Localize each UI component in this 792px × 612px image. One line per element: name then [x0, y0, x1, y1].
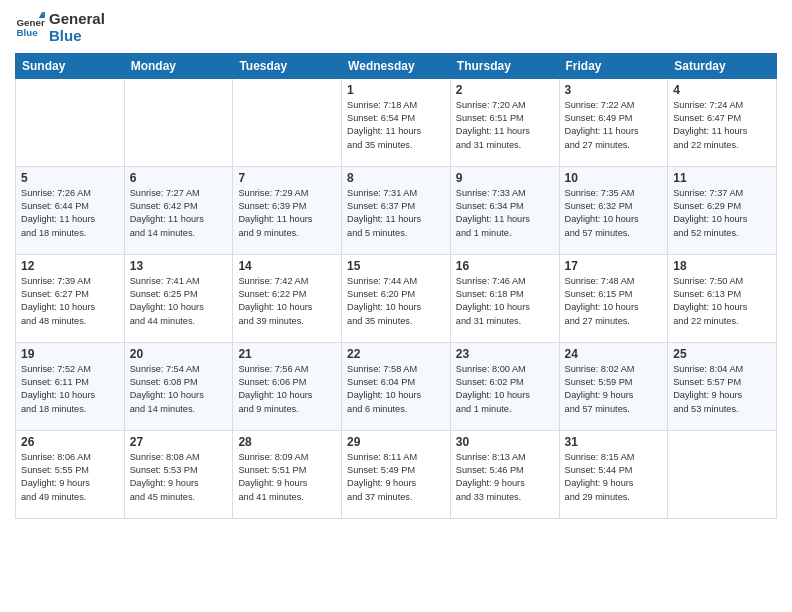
- day-info: Sunrise: 7:35 AM Sunset: 6:32 PM Dayligh…: [565, 187, 663, 240]
- day-number: 2: [456, 83, 554, 97]
- calendar-day-7: 7Sunrise: 7:29 AM Sunset: 6:39 PM Daylig…: [233, 166, 342, 254]
- day-info: Sunrise: 7:22 AM Sunset: 6:49 PM Dayligh…: [565, 99, 663, 152]
- calendar-header-row: SundayMondayTuesdayWednesdayThursdayFrid…: [16, 53, 777, 78]
- day-number: 17: [565, 259, 663, 273]
- day-info: Sunrise: 7:56 AM Sunset: 6:06 PM Dayligh…: [238, 363, 336, 416]
- calendar-header-friday: Friday: [559, 53, 668, 78]
- calendar-header-saturday: Saturday: [668, 53, 777, 78]
- day-number: 12: [21, 259, 119, 273]
- day-number: 9: [456, 171, 554, 185]
- day-number: 7: [238, 171, 336, 185]
- day-info: Sunrise: 8:00 AM Sunset: 6:02 PM Dayligh…: [456, 363, 554, 416]
- day-number: 22: [347, 347, 445, 361]
- day-number: 28: [238, 435, 336, 449]
- day-info: Sunrise: 7:42 AM Sunset: 6:22 PM Dayligh…: [238, 275, 336, 328]
- day-number: 31: [565, 435, 663, 449]
- calendar-day-3: 3Sunrise: 7:22 AM Sunset: 6:49 PM Daylig…: [559, 78, 668, 166]
- svg-text:General: General: [17, 17, 46, 28]
- calendar-day-17: 17Sunrise: 7:48 AM Sunset: 6:15 PM Dayli…: [559, 254, 668, 342]
- calendar-day-11: 11Sunrise: 7:37 AM Sunset: 6:29 PM Dayli…: [668, 166, 777, 254]
- day-number: 10: [565, 171, 663, 185]
- calendar-week-row: 12Sunrise: 7:39 AM Sunset: 6:27 PM Dayli…: [16, 254, 777, 342]
- day-info: Sunrise: 8:15 AM Sunset: 5:44 PM Dayligh…: [565, 451, 663, 504]
- calendar-day-5: 5Sunrise: 7:26 AM Sunset: 6:44 PM Daylig…: [16, 166, 125, 254]
- calendar-day-21: 21Sunrise: 7:56 AM Sunset: 6:06 PM Dayli…: [233, 342, 342, 430]
- day-info: Sunrise: 8:02 AM Sunset: 5:59 PM Dayligh…: [565, 363, 663, 416]
- logo: General Blue General Blue: [15, 10, 105, 45]
- day-number: 14: [238, 259, 336, 273]
- day-info: Sunrise: 7:46 AM Sunset: 6:18 PM Dayligh…: [456, 275, 554, 328]
- day-info: Sunrise: 7:27 AM Sunset: 6:42 PM Dayligh…: [130, 187, 228, 240]
- calendar-table: SundayMondayTuesdayWednesdayThursdayFrid…: [15, 53, 777, 519]
- day-info: Sunrise: 7:31 AM Sunset: 6:37 PM Dayligh…: [347, 187, 445, 240]
- day-info: Sunrise: 7:37 AM Sunset: 6:29 PM Dayligh…: [673, 187, 771, 240]
- calendar-day-28: 28Sunrise: 8:09 AM Sunset: 5:51 PM Dayli…: [233, 430, 342, 518]
- day-number: 24: [565, 347, 663, 361]
- day-info: Sunrise: 8:09 AM Sunset: 5:51 PM Dayligh…: [238, 451, 336, 504]
- calendar-day-24: 24Sunrise: 8:02 AM Sunset: 5:59 PM Dayli…: [559, 342, 668, 430]
- day-info: Sunrise: 7:29 AM Sunset: 6:39 PM Dayligh…: [238, 187, 336, 240]
- day-number: 19: [21, 347, 119, 361]
- logo-icon: General Blue: [15, 12, 45, 42]
- calendar-day-27: 27Sunrise: 8:08 AM Sunset: 5:53 PM Dayli…: [124, 430, 233, 518]
- day-number: 21: [238, 347, 336, 361]
- day-info: Sunrise: 8:08 AM Sunset: 5:53 PM Dayligh…: [130, 451, 228, 504]
- day-number: 4: [673, 83, 771, 97]
- day-info: Sunrise: 7:24 AM Sunset: 6:47 PM Dayligh…: [673, 99, 771, 152]
- day-number: 1: [347, 83, 445, 97]
- day-number: 11: [673, 171, 771, 185]
- calendar-day-8: 8Sunrise: 7:31 AM Sunset: 6:37 PM Daylig…: [342, 166, 451, 254]
- calendar-day-29: 29Sunrise: 8:11 AM Sunset: 5:49 PM Dayli…: [342, 430, 451, 518]
- day-number: 25: [673, 347, 771, 361]
- page: General Blue General Blue SundayMondayTu…: [0, 0, 792, 612]
- day-number: 16: [456, 259, 554, 273]
- calendar-day-18: 18Sunrise: 7:50 AM Sunset: 6:13 PM Dayli…: [668, 254, 777, 342]
- calendar-day-22: 22Sunrise: 7:58 AM Sunset: 6:04 PM Dayli…: [342, 342, 451, 430]
- calendar-day-10: 10Sunrise: 7:35 AM Sunset: 6:32 PM Dayli…: [559, 166, 668, 254]
- calendar-day-23: 23Sunrise: 8:00 AM Sunset: 6:02 PM Dayli…: [450, 342, 559, 430]
- calendar-empty-cell: [124, 78, 233, 166]
- day-info: Sunrise: 8:04 AM Sunset: 5:57 PM Dayligh…: [673, 363, 771, 416]
- calendar-day-9: 9Sunrise: 7:33 AM Sunset: 6:34 PM Daylig…: [450, 166, 559, 254]
- header: General Blue General Blue: [15, 10, 777, 45]
- calendar-day-14: 14Sunrise: 7:42 AM Sunset: 6:22 PM Dayli…: [233, 254, 342, 342]
- day-number: 30: [456, 435, 554, 449]
- day-info: Sunrise: 8:13 AM Sunset: 5:46 PM Dayligh…: [456, 451, 554, 504]
- calendar-week-row: 5Sunrise: 7:26 AM Sunset: 6:44 PM Daylig…: [16, 166, 777, 254]
- calendar-week-row: 1Sunrise: 7:18 AM Sunset: 6:54 PM Daylig…: [16, 78, 777, 166]
- calendar-day-13: 13Sunrise: 7:41 AM Sunset: 6:25 PM Dayli…: [124, 254, 233, 342]
- day-info: Sunrise: 7:58 AM Sunset: 6:04 PM Dayligh…: [347, 363, 445, 416]
- calendar-header-tuesday: Tuesday: [233, 53, 342, 78]
- calendar-day-19: 19Sunrise: 7:52 AM Sunset: 6:11 PM Dayli…: [16, 342, 125, 430]
- day-info: Sunrise: 7:33 AM Sunset: 6:34 PM Dayligh…: [456, 187, 554, 240]
- calendar-empty-cell: [668, 430, 777, 518]
- day-info: Sunrise: 7:52 AM Sunset: 6:11 PM Dayligh…: [21, 363, 119, 416]
- day-number: 3: [565, 83, 663, 97]
- calendar-day-4: 4Sunrise: 7:24 AM Sunset: 6:47 PM Daylig…: [668, 78, 777, 166]
- calendar-day-26: 26Sunrise: 8:06 AM Sunset: 5:55 PM Dayli…: [16, 430, 125, 518]
- day-info: Sunrise: 7:48 AM Sunset: 6:15 PM Dayligh…: [565, 275, 663, 328]
- calendar-day-16: 16Sunrise: 7:46 AM Sunset: 6:18 PM Dayli…: [450, 254, 559, 342]
- calendar-empty-cell: [16, 78, 125, 166]
- calendar-week-row: 26Sunrise: 8:06 AM Sunset: 5:55 PM Dayli…: [16, 430, 777, 518]
- calendar-header-sunday: Sunday: [16, 53, 125, 78]
- day-info: Sunrise: 7:39 AM Sunset: 6:27 PM Dayligh…: [21, 275, 119, 328]
- calendar-header-wednesday: Wednesday: [342, 53, 451, 78]
- day-info: Sunrise: 7:20 AM Sunset: 6:51 PM Dayligh…: [456, 99, 554, 152]
- day-info: Sunrise: 7:41 AM Sunset: 6:25 PM Dayligh…: [130, 275, 228, 328]
- logo-text-blue: Blue: [49, 27, 105, 44]
- day-info: Sunrise: 7:26 AM Sunset: 6:44 PM Dayligh…: [21, 187, 119, 240]
- day-number: 5: [21, 171, 119, 185]
- day-number: 8: [347, 171, 445, 185]
- svg-text:Blue: Blue: [17, 27, 39, 38]
- calendar-day-15: 15Sunrise: 7:44 AM Sunset: 6:20 PM Dayli…: [342, 254, 451, 342]
- calendar-day-25: 25Sunrise: 8:04 AM Sunset: 5:57 PM Dayli…: [668, 342, 777, 430]
- calendar-day-1: 1Sunrise: 7:18 AM Sunset: 6:54 PM Daylig…: [342, 78, 451, 166]
- day-info: Sunrise: 8:11 AM Sunset: 5:49 PM Dayligh…: [347, 451, 445, 504]
- day-number: 6: [130, 171, 228, 185]
- day-number: 18: [673, 259, 771, 273]
- calendar-day-12: 12Sunrise: 7:39 AM Sunset: 6:27 PM Dayli…: [16, 254, 125, 342]
- day-info: Sunrise: 7:54 AM Sunset: 6:08 PM Dayligh…: [130, 363, 228, 416]
- calendar-week-row: 19Sunrise: 7:52 AM Sunset: 6:11 PM Dayli…: [16, 342, 777, 430]
- calendar-day-2: 2Sunrise: 7:20 AM Sunset: 6:51 PM Daylig…: [450, 78, 559, 166]
